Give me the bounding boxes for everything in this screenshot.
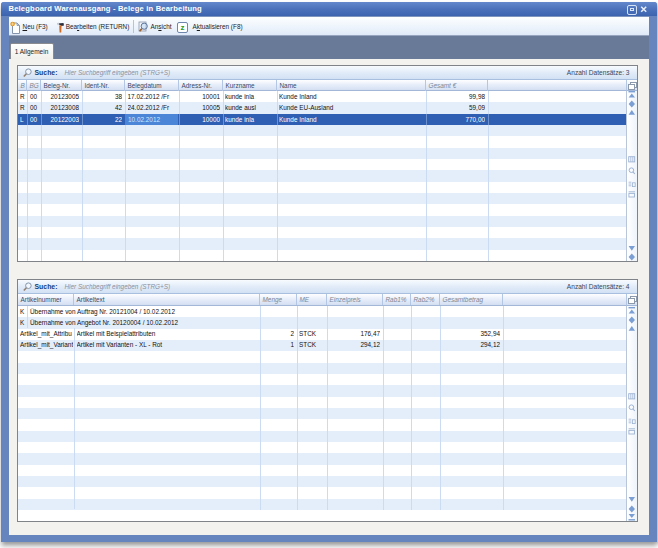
svg-text:z: z	[180, 23, 184, 32]
